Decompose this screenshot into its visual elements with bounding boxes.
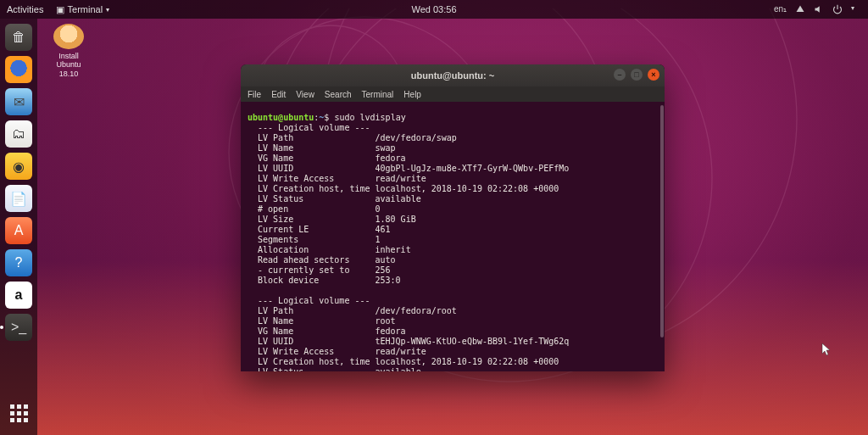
window-minimize-button[interactable]: – (614, 69, 626, 81)
terminal-body[interactable]: ubuntu@ubuntu:~$ sudo lvdisplay --- Logi… (241, 102, 665, 371)
menu-help[interactable]: Help (403, 90, 421, 99)
dock-libreoffice-writer[interactable]: 📄 (5, 185, 32, 212)
show-applications-button[interactable] (0, 396, 37, 430)
dock: 🗑 ✉ 🗂 ◉ 📄 A ? a >_ (0, 19, 37, 435)
prompt-symbol: $ (324, 113, 329, 122)
system-status-area[interactable]: en₁ ▾ (774, 4, 861, 14)
terminal-menu-icon: ▣ (56, 4, 64, 15)
terminal-window: ubuntu@ubuntu: ~ – □ × File Edit View Se… (241, 64, 665, 371)
dock-amazon[interactable]: a (5, 282, 32, 309)
menu-edit[interactable]: Edit (271, 90, 286, 99)
clock[interactable]: Wed 03:56 (411, 4, 456, 14)
dock-firefox[interactable] (5, 56, 32, 83)
dock-thunderbird[interactable]: ✉ (5, 88, 32, 115)
terminal-scrollbar[interactable] (660, 105, 664, 337)
install-disc-icon (53, 24, 84, 49)
app-menu-label: Terminal (68, 4, 103, 14)
apps-grid-icon (10, 404, 28, 422)
window-close-button[interactable]: × (648, 69, 659, 81)
menu-view[interactable]: View (296, 90, 314, 99)
mouse-pointer-icon (821, 343, 832, 356)
window-title: ubuntu@ubuntu: ~ (411, 70, 494, 81)
dock-rhythmbox[interactable]: ◉ (5, 153, 32, 180)
command-text: sudo lvdisplay (334, 113, 405, 122)
menu-terminal[interactable]: Terminal (362, 90, 394, 99)
install-ubuntu-label: Install Ubuntu 18.10 (47, 52, 90, 78)
dock-help[interactable]: ? (5, 249, 32, 276)
window-titlebar[interactable]: ubuntu@ubuntu: ~ – □ × (241, 64, 665, 86)
dock-terminal[interactable]: >_ (5, 314, 32, 341)
volume-icon (814, 4, 824, 14)
chevron-down-icon: ▾ (851, 4, 861, 14)
dock-files[interactable]: 🗂 (5, 120, 32, 148)
dock-trash[interactable]: 🗑 (5, 24, 32, 51)
top-panel: Activities ▣ Terminal ▾ Wed 03:56 en₁ ▾ (0, 0, 868, 19)
menu-file[interactable]: File (248, 90, 261, 99)
activities-button[interactable]: Activities ▣ Terminal ▾ (7, 4, 109, 15)
menu-search[interactable]: Search (325, 90, 352, 99)
power-icon (832, 4, 843, 14)
input-source-indicator[interactable]: en₁ (774, 4, 787, 14)
prompt-userhost: ubuntu@ubuntu (248, 113, 314, 122)
chevron-down-icon: ▾ (106, 6, 109, 14)
window-maximize-button[interactable]: □ (631, 69, 643, 81)
desktop-install-ubuntu-icon[interactable]: Install Ubuntu 18.10 (47, 24, 90, 78)
lvdisplay-output: --- Logical volume --- LV Path /dev/fedo… (248, 123, 658, 371)
network-icon (795, 4, 805, 14)
dock-software[interactable]: A (5, 217, 32, 244)
terminal-menubar: File Edit View Search Terminal Help (241, 86, 665, 102)
activities-label: Activities (7, 4, 43, 14)
